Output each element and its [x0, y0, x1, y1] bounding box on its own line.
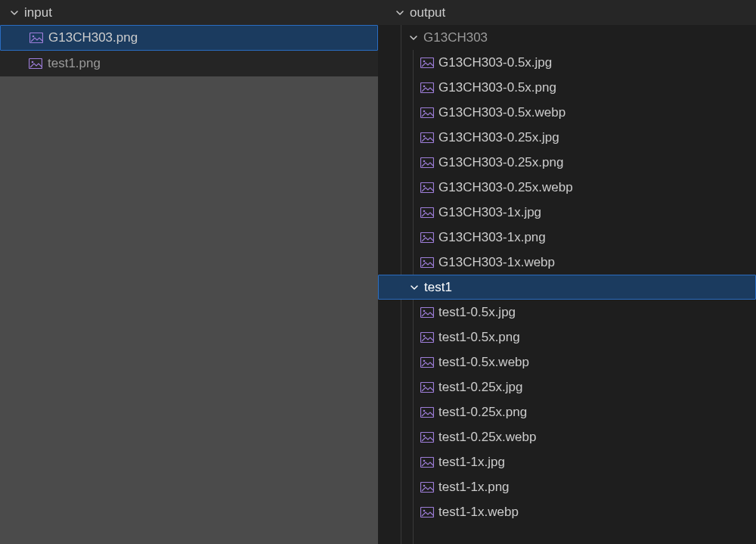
file-row[interactable]: test1-0.25x.png	[378, 399, 756, 424]
image-file-icon	[420, 481, 434, 493]
file-row[interactable]: G13CH303-1x.png	[378, 225, 756, 250]
image-file-icon	[420, 132, 434, 144]
file-row[interactable]: test1-1x.webp	[378, 499, 756, 524]
svg-point-33	[423, 434, 426, 437]
file-label: test1-1x.png	[438, 480, 510, 495]
svg-point-39	[423, 509, 426, 511]
image-file-icon	[420, 107, 434, 119]
file-label: G13CH303-1x.webp	[438, 255, 555, 270]
chevron-down-icon	[409, 282, 420, 293]
file-row[interactable]: G13CH303-1x.webp	[378, 250, 756, 275]
file-row[interactable]: G13CH303-1x.jpg	[378, 200, 756, 225]
file-row[interactable]: G13CH303-0.25x.webp	[378, 175, 756, 200]
file-row[interactable]: G13CH303-0.5x.webp	[378, 100, 756, 125]
image-file-icon	[29, 32, 43, 44]
folder-label: G13CH303	[423, 30, 488, 45]
svg-point-1	[33, 36, 35, 38]
file-label: G13CH303-0.25x.jpg	[438, 130, 559, 145]
image-file-icon	[420, 431, 434, 443]
svg-point-31	[423, 409, 426, 412]
file-label: G13CH303-0.25x.png	[438, 155, 563, 170]
image-file-icon	[420, 356, 434, 368]
svg-point-7	[423, 85, 426, 87]
file-row[interactable]: G13CH303-0.25x.jpg	[378, 125, 756, 150]
file-label: test1.png	[48, 56, 101, 71]
input-panel: input G13CH303.png test1.png	[0, 0, 378, 544]
image-file-icon	[420, 306, 434, 319]
folder-row[interactable]: test1	[378, 275, 756, 300]
file-label: G13CH303-1x.jpg	[438, 205, 541, 220]
image-file-icon	[420, 57, 434, 69]
folder-row-output[interactable]: output	[378, 0, 756, 25]
svg-point-5	[423, 60, 426, 62]
file-row[interactable]: G13CH303.png	[0, 25, 378, 51]
image-file-icon	[420, 506, 434, 518]
chevron-down-icon	[395, 8, 405, 18]
chevron-down-icon	[9, 8, 20, 18]
svg-point-25	[423, 334, 426, 337]
file-row[interactable]: test1.png	[0, 51, 378, 76]
folder-label: input	[24, 5, 52, 20]
svg-point-29	[423, 384, 426, 387]
file-label: test1-0.5x.png	[438, 330, 520, 345]
image-file-icon	[420, 157, 434, 169]
image-file-icon	[420, 456, 434, 468]
file-row[interactable]: test1-1x.jpg	[378, 449, 756, 474]
image-file-icon	[29, 58, 42, 70]
svg-point-9	[423, 110, 426, 112]
svg-point-35	[423, 459, 426, 462]
file-row[interactable]: test1-0.25x.webp	[378, 424, 756, 449]
folder-label: test1	[424, 280, 452, 295]
image-file-icon	[420, 256, 434, 269]
folder-row[interactable]: G13CH303	[378, 25, 756, 50]
file-label: test1-1x.jpg	[438, 455, 505, 470]
file-label: test1-0.25x.png	[438, 405, 527, 420]
input-file-list: G13CH303.png test1.png	[0, 25, 378, 76]
svg-point-27	[423, 359, 426, 362]
chevron-down-icon	[408, 33, 419, 43]
file-label: G13CH303-0.25x.webp	[438, 180, 573, 195]
image-file-icon	[420, 406, 434, 418]
file-row[interactable]: test1-0.5x.jpg	[378, 300, 756, 325]
file-label: G13CH303-1x.png	[438, 230, 546, 245]
image-file-icon	[420, 82, 434, 94]
svg-point-21	[423, 260, 426, 262]
folder-label: output	[410, 5, 445, 20]
file-label: G13CH303-0.5x.png	[438, 80, 556, 95]
svg-point-11	[423, 135, 426, 137]
file-row[interactable]: test1-0.5x.png	[378, 325, 756, 350]
image-file-icon	[420, 331, 434, 343]
output-tree: G13CH303 G13CH303-0.5x.jpg G13CH303-0.5x…	[378, 25, 756, 544]
file-row[interactable]: test1-0.5x.webp	[378, 350, 756, 375]
svg-point-23	[423, 309, 426, 312]
file-row[interactable]: test1-0.25x.jpg	[378, 375, 756, 399]
file-row[interactable]: test1-1x.png	[378, 474, 756, 499]
svg-point-17	[423, 210, 426, 212]
folder-row-input[interactable]: input	[0, 0, 378, 25]
output-panel: output G13CH303 G13CH303-0.5x.jpg G13CH3…	[378, 0, 756, 544]
file-label: test1-0.5x.webp	[438, 355, 529, 370]
file-label: G13CH303.png	[48, 30, 138, 45]
file-row[interactable]: G13CH303-0.5x.png	[378, 75, 756, 100]
image-file-icon	[420, 207, 434, 219]
file-label: test1-0.5x.jpg	[438, 305, 516, 320]
svg-point-37	[423, 484, 426, 486]
image-file-icon	[420, 232, 434, 244]
file-label: G13CH303-0.5x.webp	[438, 105, 565, 120]
image-file-icon	[420, 182, 434, 194]
file-label: test1-0.25x.webp	[438, 430, 536, 445]
svg-point-13	[423, 160, 426, 162]
file-label: test1-1x.webp	[438, 505, 519, 520]
svg-point-3	[32, 61, 34, 64]
svg-point-19	[423, 235, 426, 237]
file-row[interactable]: G13CH303-0.25x.png	[378, 150, 756, 175]
file-label: G13CH303-0.5x.jpg	[438, 55, 552, 70]
image-file-icon	[420, 381, 434, 393]
svg-point-15	[423, 185, 426, 187]
file-row[interactable]: G13CH303-0.5x.jpg	[378, 50, 756, 75]
file-label: test1-0.25x.jpg	[438, 380, 523, 395]
